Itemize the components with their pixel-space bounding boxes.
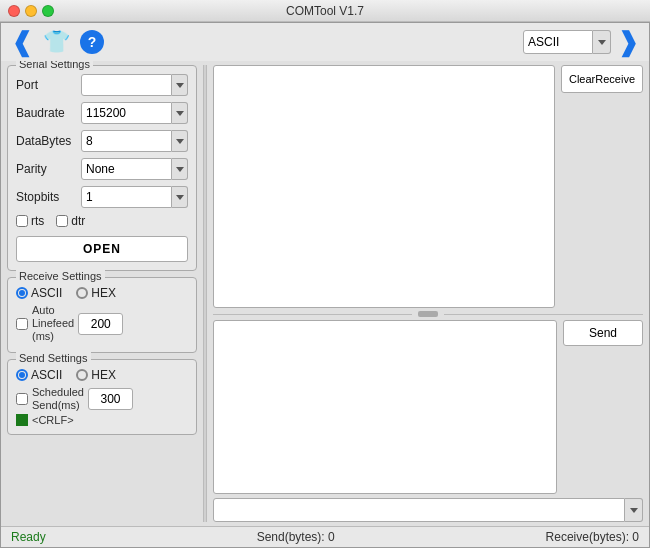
- minimize-button[interactable]: [25, 5, 37, 17]
- linefeed-label: Auto Linefeed (ms): [32, 304, 74, 344]
- stopbits-row: Stopbits 1 2: [16, 186, 188, 208]
- port-select[interactable]: [81, 74, 172, 96]
- maximize-button[interactable]: [42, 5, 54, 17]
- scheduled-checkbox[interactable]: [16, 393, 28, 405]
- baudrate-row: Baudrate 115200 9600 57600: [16, 102, 188, 124]
- linefeed-checkbox[interactable]: [16, 318, 28, 330]
- baudrate-select-arrow[interactable]: [172, 102, 188, 124]
- send-hex-text: HEX: [91, 368, 116, 382]
- send-encoding-row: ASCII HEX: [16, 368, 188, 382]
- title-bar: COMTool V1.7: [0, 0, 650, 22]
- stopbits-select-arrow[interactable]: [172, 186, 188, 208]
- parity-select-arrow[interactable]: [172, 158, 188, 180]
- status-receive-bytes: Receive(bytes): 0: [546, 530, 639, 544]
- send-ascii-radio[interactable]: [16, 369, 28, 381]
- send-area-row: Send: [213, 320, 643, 494]
- stopbits-label: Stopbits: [16, 190, 81, 204]
- crlf-icon: [16, 414, 28, 426]
- bottom-input-arrow[interactable]: [625, 498, 643, 522]
- send-textarea[interactable]: [213, 320, 557, 494]
- linefeed-checkbox-label[interactable]: [16, 318, 28, 330]
- databytes-select[interactable]: 8 7: [81, 130, 172, 152]
- toolbar-right: ASCII HEX UTF-8 ❰: [523, 29, 639, 55]
- back-icon[interactable]: ❰: [11, 29, 33, 55]
- chevron-down-icon: [176, 139, 184, 144]
- receive-textarea[interactable]: [213, 65, 555, 308]
- crlf-label: <CRLF>: [32, 414, 74, 426]
- encoding-select-wrapper: ASCII HEX UTF-8: [523, 30, 611, 54]
- databytes-select-arrow[interactable]: [172, 130, 188, 152]
- receive-hex-text: HEX: [91, 286, 116, 300]
- receive-ascii-radio[interactable]: [16, 287, 28, 299]
- crlf-row: <CRLF>: [16, 414, 188, 426]
- parity-row: Parity None Even Odd: [16, 158, 188, 180]
- traffic-lights: [8, 5, 54, 17]
- linefeed-input[interactable]: [78, 313, 123, 335]
- rts-checkbox-label[interactable]: rts: [16, 214, 44, 228]
- receive-ascii-label[interactable]: ASCII: [16, 286, 62, 300]
- dtr-label: dtr: [71, 214, 85, 228]
- receive-buttons: ClearReceive: [561, 65, 643, 308]
- port-select-wrapper: [81, 74, 188, 96]
- clear-receive-button[interactable]: ClearReceive: [561, 65, 643, 93]
- databytes-row: DataBytes 8 7: [16, 130, 188, 152]
- scheduled-row: Scheduled Send(ms): [16, 386, 188, 412]
- serial-settings-title: Serial Settings: [16, 61, 93, 70]
- h-divider: [213, 312, 643, 316]
- chevron-down-icon: [176, 83, 184, 88]
- bottom-input-row: [213, 498, 643, 522]
- right-panel: ClearReceive Send: [213, 61, 643, 526]
- status-ready: Ready: [11, 530, 46, 544]
- send-settings-title: Send Settings: [16, 352, 91, 364]
- receive-settings-group: Receive Settings ASCII HEX Auto: [7, 277, 197, 353]
- chevron-down-icon: [630, 508, 638, 513]
- bottom-input[interactable]: [213, 498, 625, 522]
- vertical-divider: [203, 65, 207, 522]
- send-button[interactable]: Send: [563, 320, 643, 346]
- send-hex-radio[interactable]: [76, 369, 88, 381]
- shirt-icon[interactable]: 👕: [43, 29, 70, 55]
- receive-settings-title: Receive Settings: [16, 270, 105, 282]
- dtr-checkbox[interactable]: [56, 215, 68, 227]
- send-buttons: Send: [563, 320, 643, 494]
- scheduled-input[interactable]: [88, 388, 133, 410]
- scheduled-checkbox-label[interactable]: [16, 393, 28, 405]
- chevron-down-icon: [176, 111, 184, 116]
- receive-hex-radio[interactable]: [76, 287, 88, 299]
- baudrate-select-wrapper: 115200 9600 57600: [81, 102, 188, 124]
- forward-icon[interactable]: ❰: [617, 29, 639, 55]
- encoding-select[interactable]: ASCII HEX UTF-8: [523, 30, 593, 54]
- window-title: COMTool V1.7: [286, 4, 364, 18]
- close-button[interactable]: [8, 5, 20, 17]
- rts-label: rts: [31, 214, 44, 228]
- open-button[interactable]: OPEN: [16, 236, 188, 262]
- port-row: Port: [16, 74, 188, 96]
- parity-label: Parity: [16, 162, 81, 176]
- receive-ascii-text: ASCII: [31, 286, 62, 300]
- chevron-down-icon: [176, 167, 184, 172]
- baudrate-select[interactable]: 115200 9600 57600: [81, 102, 172, 124]
- h-divider-handle[interactable]: [418, 311, 438, 317]
- help-icon[interactable]: ?: [80, 30, 104, 54]
- parity-select[interactable]: None Even Odd: [81, 158, 172, 180]
- h-divider-line-right: [444, 314, 643, 315]
- send-hex-label[interactable]: HEX: [76, 368, 116, 382]
- rts-checkbox[interactable]: [16, 215, 28, 227]
- receive-area-row: ClearReceive: [213, 65, 643, 308]
- stopbits-select[interactable]: 1 2: [81, 186, 172, 208]
- chevron-down-icon: [176, 195, 184, 200]
- receive-hex-label[interactable]: HEX: [76, 286, 116, 300]
- toolbar: ❰ 👕 ? ASCII HEX UTF-8 ❰: [1, 23, 649, 61]
- body: Serial Settings Port Baudrate: [1, 61, 649, 526]
- send-ascii-label[interactable]: ASCII: [16, 368, 62, 382]
- dtr-checkbox-label[interactable]: dtr: [56, 214, 85, 228]
- encoding-select-arrow[interactable]: [593, 30, 611, 54]
- port-select-arrow[interactable]: [172, 74, 188, 96]
- baudrate-label: Baudrate: [16, 106, 81, 120]
- serial-settings-group: Serial Settings Port Baudrate: [7, 65, 197, 271]
- h-divider-line: [213, 314, 412, 315]
- send-settings-group: Send Settings ASCII HEX Schedule: [7, 359, 197, 435]
- status-bar: Ready Send(bytes): 0 Receive(bytes): 0: [1, 526, 649, 547]
- linefeed-row: Auto Linefeed (ms): [16, 304, 188, 344]
- port-label: Port: [16, 78, 81, 92]
